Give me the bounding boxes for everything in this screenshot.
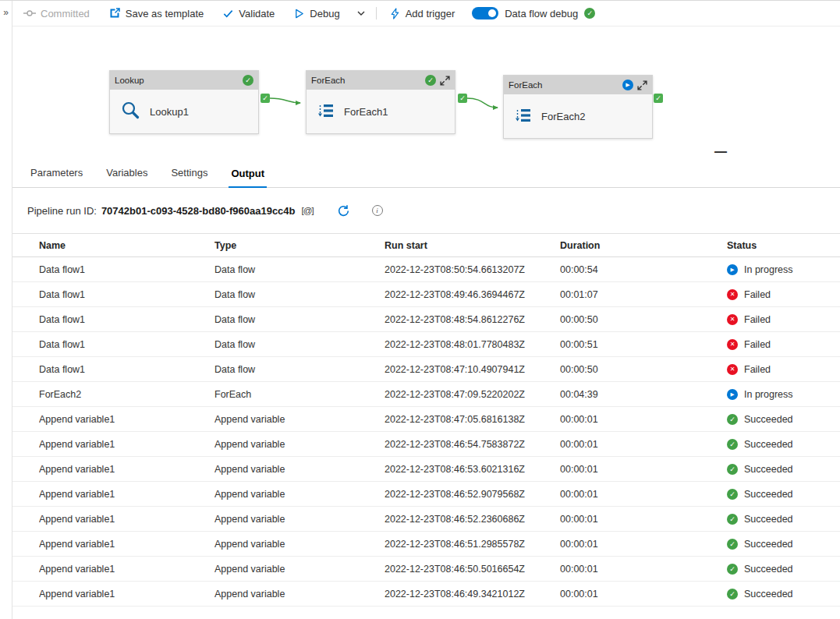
adf-pipeline-debug-view: » Committed Save as template Validat — [0, 0, 840, 619]
cell-activity-name[interactable]: ForEach2 — [39, 389, 214, 400]
validate-label: Validate — [239, 8, 275, 19]
table-row[interactable]: Data flow1 Data flow 2022-12-23T08:48:01… — [12, 332, 840, 357]
table-row[interactable]: Append variable1 Append variable 2022-12… — [12, 557, 840, 582]
activity-body: ForEach1 — [307, 90, 455, 133]
success-output-port-icon[interactable]: ✓ — [458, 94, 467, 103]
pipeline-canvas[interactable]: Lookup ✓ Lookup1 ForEach ✓ — [12, 27, 840, 161]
cell-status: ✕ Failed — [727, 314, 840, 325]
cell-activity-name[interactable]: Data flow1 — [39, 339, 214, 350]
pipeline-toolbar: Committed Save as template Validate Debu… — [12, 1, 840, 27]
debug-dropdown-chevron-icon[interactable] — [349, 9, 373, 18]
table-row[interactable]: Data flow1 Data flow 2022-12-23T08:47:10… — [12, 357, 840, 382]
cell-activity-name[interactable]: Append variable1 — [39, 489, 214, 500]
validate-button[interactable]: Validate — [213, 8, 284, 19]
status-icon: ✓ — [727, 489, 738, 500]
status-icon: ✓ — [727, 564, 738, 575]
cell-run-start: 2022-12-23T08:49:46.3694467Z — [385, 289, 560, 300]
status-icon: ✓ — [727, 514, 738, 525]
debug-button[interactable]: Debug — [284, 8, 349, 19]
cell-duration: 00:00:01 — [560, 439, 727, 450]
table-row[interactable]: Append variable1 Append variable 2022-12… — [12, 507, 840, 532]
cell-activity-type: Data flow — [214, 289, 385, 300]
success-output-port-icon[interactable]: ✓ — [261, 94, 270, 103]
table-row[interactable]: Append variable1 Append variable 2022-12… — [12, 582, 840, 607]
cell-activity-name[interactable]: Append variable1 — [39, 464, 214, 475]
cell-activity-name[interactable]: Append variable1 — [39, 414, 214, 425]
cell-duration: 00:04:39 — [560, 389, 727, 400]
column-header-name[interactable]: Name — [39, 240, 214, 251]
data-flow-debug-control: Data flow debug ✓ — [472, 7, 595, 19]
cell-activity-name[interactable]: Data flow1 — [39, 264, 214, 275]
committed-label: Committed — [41, 8, 90, 19]
info-icon[interactable]: i — [372, 205, 383, 216]
foreach-icon — [317, 101, 335, 122]
activity-header: Lookup ✓ — [110, 71, 258, 90]
expand-panel-icon[interactable]: » — [3, 7, 9, 18]
collapse-output-panel-handle[interactable]: — — [714, 145, 727, 159]
cell-activity-type: Data flow — [214, 364, 385, 375]
column-header-run-start[interactable]: Run start — [385, 240, 560, 251]
cell-activity-type: Data flow — [214, 339, 385, 350]
cell-activity-name[interactable]: Data flow1 — [39, 314, 214, 325]
cell-status: ▶ In progress — [727, 389, 840, 400]
column-header-status[interactable]: Status — [727, 240, 840, 251]
status-text: Succeeded — [744, 514, 793, 525]
cell-activity-name[interactable]: Append variable1 — [39, 439, 214, 450]
status-text: Failed — [744, 314, 771, 325]
tab-variables[interactable]: Variables — [104, 167, 150, 187]
data-flow-debug-toggle[interactable] — [472, 7, 498, 19]
expand-activity-icon[interactable] — [637, 80, 647, 90]
cell-duration: 00:00:01 — [560, 414, 727, 425]
table-row[interactable]: Data flow1 Data flow 2022-12-23T08:48:54… — [12, 307, 840, 332]
cell-run-start: 2022-12-23T08:47:09.5220202Z — [385, 389, 560, 400]
table-row[interactable]: Append variable1 Append variable 2022-12… — [12, 457, 840, 482]
cell-duration: 00:00:01 — [560, 514, 727, 525]
table-row[interactable]: ForEach2 ForEach 2022-12-23T08:47:09.522… — [12, 382, 840, 407]
cell-status: ✕ Failed — [727, 339, 840, 350]
cell-status: ▶ In progress — [727, 264, 840, 275]
run-table-body: Data flow1 Data flow 2022-12-23T08:50:54… — [12, 257, 840, 607]
activity-succeeded-icon: ✓ — [425, 75, 436, 86]
cell-activity-name[interactable]: Data flow1 — [39, 364, 214, 375]
cell-activity-type: Data flow — [214, 314, 385, 325]
cell-run-start: 2022-12-23T08:48:54.8612276Z — [385, 314, 560, 325]
tab-settings[interactable]: Settings — [168, 167, 210, 187]
cell-status: ✓ Succeeded — [727, 564, 840, 575]
cell-activity-name[interactable]: Append variable1 — [39, 564, 214, 575]
cell-activity-name[interactable]: Append variable1 — [39, 589, 214, 600]
column-header-type[interactable]: Type — [214, 240, 385, 251]
table-row[interactable]: Append variable1 Append variable 2022-12… — [12, 432, 840, 457]
cell-run-start: 2022-12-23T08:46:52.9079568Z — [385, 489, 560, 500]
copy-run-id-icon[interactable]: [@] — [302, 206, 314, 215]
tab-parameters[interactable]: Parameters — [28, 167, 85, 187]
cell-status: ✓ Succeeded — [727, 489, 840, 500]
cell-status: ✓ Succeeded — [727, 464, 840, 475]
foreach-icon — [514, 106, 533, 127]
add-trigger-button[interactable]: Add trigger — [380, 8, 465, 19]
activity-runs-table: Name Type Run start Duration Status Data… — [12, 233, 840, 607]
activity-succeeded-icon: ✓ — [243, 75, 253, 86]
table-row[interactable]: Append variable1 Append variable 2022-12… — [12, 532, 840, 557]
activity-node-foreach1[interactable]: ForEach ✓ ForEach1 — [306, 70, 455, 134]
cell-duration: 00:00:01 — [560, 489, 727, 500]
cell-activity-name[interactable]: Append variable1 — [39, 514, 214, 525]
table-row[interactable]: Data flow1 Data flow 2022-12-23T08:50:54… — [12, 257, 840, 282]
cell-activity-name[interactable]: Append variable1 — [39, 539, 214, 550]
expand-activity-icon[interactable] — [440, 76, 450, 86]
status-text: Succeeded — [744, 414, 793, 425]
status-text: Succeeded — [744, 564, 793, 575]
save-as-template-button[interactable]: Save as template — [99, 7, 213, 19]
status-text: Failed — [744, 364, 771, 375]
tab-output[interactable]: Output — [229, 168, 267, 188]
success-output-port-icon[interactable]: ✓ — [654, 94, 663, 103]
status-icon: ✕ — [727, 314, 738, 325]
cell-activity-name[interactable]: Data flow1 — [39, 289, 214, 300]
commit-icon — [23, 7, 36, 19]
activity-node-lookup1[interactable]: Lookup ✓ Lookup1 — [109, 70, 259, 134]
table-row[interactable]: Append variable1 Append variable 2022-12… — [12, 407, 840, 432]
column-header-duration[interactable]: Duration — [560, 240, 727, 251]
table-row[interactable]: Data flow1 Data flow 2022-12-23T08:49:46… — [12, 282, 840, 307]
activity-node-foreach2[interactable]: ForEach ▶ ForEach2 — [503, 75, 653, 139]
table-row[interactable]: Append variable1 Append variable 2022-12… — [12, 482, 840, 507]
refresh-icon[interactable] — [337, 204, 350, 218]
